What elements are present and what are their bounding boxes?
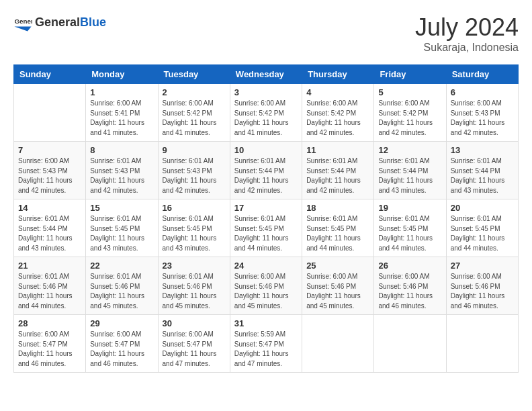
day-number: 28 [18, 318, 81, 328]
day-number: 9 [163, 145, 226, 155]
day-info: Sunrise: 6:00 AMSunset: 5:46 PMDaylight:… [378, 272, 441, 311]
weekday-header-sunday: Sunday [14, 65, 86, 84]
day-number: 22 [90, 261, 153, 271]
day-number: 19 [378, 203, 441, 213]
calendar-cell: 3Sunrise: 6:00 AMSunset: 5:42 PMDaylight… [230, 84, 302, 142]
day-number: 1 [90, 87, 153, 97]
day-info: Sunrise: 6:00 AMSunset: 5:43 PMDaylight:… [451, 99, 514, 138]
day-number: 31 [234, 318, 298, 328]
logo-blue-text: Blue [80, 16, 106, 30]
day-number: 6 [451, 87, 514, 97]
calendar-cell: 14Sunrise: 6:01 AMSunset: 5:44 PMDayligh… [14, 199, 86, 257]
title-block: July 2024 Sukaraja, Indonesia [415, 13, 519, 54]
day-number: 30 [163, 318, 226, 328]
day-info: Sunrise: 6:00 AMSunset: 5:41 PMDaylight:… [90, 99, 153, 138]
day-info: Sunrise: 6:01 AMSunset: 5:44 PMDaylight:… [234, 156, 298, 195]
day-number: 17 [234, 203, 298, 213]
weekday-header-saturday: Saturday [446, 65, 518, 84]
day-info: Sunrise: 6:01 AMSunset: 5:46 PMDaylight:… [90, 272, 153, 311]
day-info: Sunrise: 6:01 AMSunset: 5:45 PMDaylight:… [90, 214, 153, 253]
calendar-cell: 17Sunrise: 6:01 AMSunset: 5:45 PMDayligh… [230, 199, 302, 257]
location-subtitle: Sukaraja, Indonesia [415, 42, 519, 54]
calendar-cell: 18Sunrise: 6:01 AMSunset: 5:45 PMDayligh… [302, 199, 374, 257]
calendar-cell: 5Sunrise: 6:00 AMSunset: 5:42 PMDaylight… [374, 84, 446, 142]
day-number: 14 [18, 203, 81, 213]
day-info: Sunrise: 6:00 AMSunset: 5:46 PMDaylight:… [451, 272, 514, 311]
day-number: 26 [378, 261, 441, 271]
calendar-cell: 11Sunrise: 6:01 AMSunset: 5:44 PMDayligh… [302, 142, 374, 199]
calendar-cell [374, 315, 446, 373]
day-number: 27 [451, 261, 514, 271]
calendar-cell: 23Sunrise: 6:01 AMSunset: 5:46 PMDayligh… [158, 257, 230, 315]
calendar-cell: 31Sunrise: 5:59 AMSunset: 5:47 PMDayligh… [230, 315, 302, 373]
svg-text:General: General [14, 17, 32, 25]
day-info: Sunrise: 6:00 AMSunset: 5:42 PMDaylight:… [234, 99, 298, 138]
calendar-cell: 9Sunrise: 6:01 AMSunset: 5:43 PMDaylight… [158, 142, 230, 199]
calendar-cell: 28Sunrise: 6:00 AMSunset: 5:47 PMDayligh… [14, 315, 86, 373]
calendar-table: SundayMondayTuesdayWednesdayThursdayFrid… [13, 64, 519, 373]
logo-general-text: General [35, 16, 80, 30]
day-number: 23 [163, 261, 226, 271]
day-info: Sunrise: 6:01 AMSunset: 5:45 PMDaylight:… [234, 214, 298, 253]
day-number: 4 [306, 87, 369, 97]
day-info: Sunrise: 6:01 AMSunset: 5:45 PMDaylight:… [378, 214, 441, 253]
calendar-cell: 21Sunrise: 6:01 AMSunset: 5:46 PMDayligh… [14, 257, 86, 315]
day-info: Sunrise: 6:01 AMSunset: 5:44 PMDaylight:… [306, 156, 369, 195]
calendar-cell: 24Sunrise: 6:00 AMSunset: 5:46 PMDayligh… [230, 257, 302, 315]
logo: General GeneralBlue [13, 13, 106, 32]
day-number: 8 [90, 145, 153, 155]
day-number: 11 [306, 145, 369, 155]
calendar-cell: 13Sunrise: 6:01 AMSunset: 5:44 PMDayligh… [446, 142, 518, 199]
calendar-cell [14, 84, 86, 142]
calendar-cell: 1Sunrise: 6:00 AMSunset: 5:41 PMDaylight… [86, 84, 158, 142]
calendar-cell: 2Sunrise: 6:00 AMSunset: 5:42 PMDaylight… [158, 84, 230, 142]
day-info: Sunrise: 6:00 AMSunset: 5:46 PMDaylight:… [306, 272, 369, 311]
weekday-header-friday: Friday [374, 65, 446, 84]
month-year-title: July 2024 [415, 13, 519, 42]
day-info: Sunrise: 6:01 AMSunset: 5:45 PMDaylight:… [306, 214, 369, 253]
day-info: Sunrise: 6:00 AMSunset: 5:43 PMDaylight:… [18, 156, 81, 195]
calendar-cell: 7Sunrise: 6:00 AMSunset: 5:43 PMDaylight… [14, 142, 86, 199]
day-number: 15 [90, 203, 153, 213]
calendar-cell: 26Sunrise: 6:00 AMSunset: 5:46 PMDayligh… [374, 257, 446, 315]
day-info: Sunrise: 6:00 AMSunset: 5:42 PMDaylight:… [306, 99, 369, 138]
calendar-week-row: 28Sunrise: 6:00 AMSunset: 5:47 PMDayligh… [14, 315, 519, 373]
day-number: 7 [18, 145, 81, 155]
weekday-header-thursday: Thursday [302, 65, 374, 84]
day-number: 29 [90, 318, 153, 328]
day-info: Sunrise: 6:01 AMSunset: 5:45 PMDaylight:… [163, 214, 226, 253]
day-info: Sunrise: 6:00 AMSunset: 5:47 PMDaylight:… [163, 330, 226, 369]
day-number: 16 [163, 203, 226, 213]
calendar-cell: 30Sunrise: 6:00 AMSunset: 5:47 PMDayligh… [158, 315, 230, 373]
calendar-cell: 8Sunrise: 6:01 AMSunset: 5:43 PMDaylight… [86, 142, 158, 199]
day-number: 3 [234, 87, 298, 97]
calendar-week-row: 1Sunrise: 6:00 AMSunset: 5:41 PMDaylight… [14, 84, 519, 142]
calendar-week-row: 21Sunrise: 6:01 AMSunset: 5:46 PMDayligh… [14, 257, 519, 315]
day-number: 24 [234, 261, 298, 271]
day-number: 25 [306, 261, 369, 271]
calendar-week-row: 14Sunrise: 6:01 AMSunset: 5:44 PMDayligh… [14, 199, 519, 257]
day-info: Sunrise: 6:01 AMSunset: 5:44 PMDaylight:… [451, 156, 514, 195]
generalblue-logo-icon: General [13, 13, 32, 32]
day-info: Sunrise: 6:01 AMSunset: 5:43 PMDaylight:… [163, 156, 226, 195]
calendar-cell: 20Sunrise: 6:01 AMSunset: 5:45 PMDayligh… [446, 199, 518, 257]
day-info: Sunrise: 6:01 AMSunset: 5:46 PMDaylight:… [18, 272, 81, 311]
day-number: 2 [163, 87, 226, 97]
day-info: Sunrise: 6:01 AMSunset: 5:44 PMDaylight:… [18, 214, 81, 253]
weekday-header-tuesday: Tuesday [158, 65, 230, 84]
calendar-cell: 22Sunrise: 6:01 AMSunset: 5:46 PMDayligh… [86, 257, 158, 315]
day-info: Sunrise: 6:00 AMSunset: 5:47 PMDaylight:… [18, 330, 81, 369]
day-info: Sunrise: 6:01 AMSunset: 5:46 PMDaylight:… [163, 272, 226, 311]
calendar-cell: 29Sunrise: 6:00 AMSunset: 5:47 PMDayligh… [86, 315, 158, 373]
page-header: General GeneralBlue July 2024 Sukaraja, … [13, 13, 519, 54]
day-number: 5 [378, 87, 441, 97]
calendar-cell: 25Sunrise: 6:00 AMSunset: 5:46 PMDayligh… [302, 257, 374, 315]
calendar-cell: 4Sunrise: 6:00 AMSunset: 5:42 PMDaylight… [302, 84, 374, 142]
day-info: Sunrise: 6:00 AMSunset: 5:47 PMDaylight:… [90, 330, 153, 369]
day-info: Sunrise: 6:01 AMSunset: 5:44 PMDaylight:… [378, 156, 441, 195]
calendar-cell: 15Sunrise: 6:01 AMSunset: 5:45 PMDayligh… [86, 199, 158, 257]
calendar-week-row: 7Sunrise: 6:00 AMSunset: 5:43 PMDaylight… [14, 142, 519, 199]
day-info: Sunrise: 6:00 AMSunset: 5:46 PMDaylight:… [234, 272, 298, 311]
svg-marker-1 [14, 27, 31, 32]
day-info: Sunrise: 5:59 AMSunset: 5:47 PMDaylight:… [234, 330, 298, 369]
